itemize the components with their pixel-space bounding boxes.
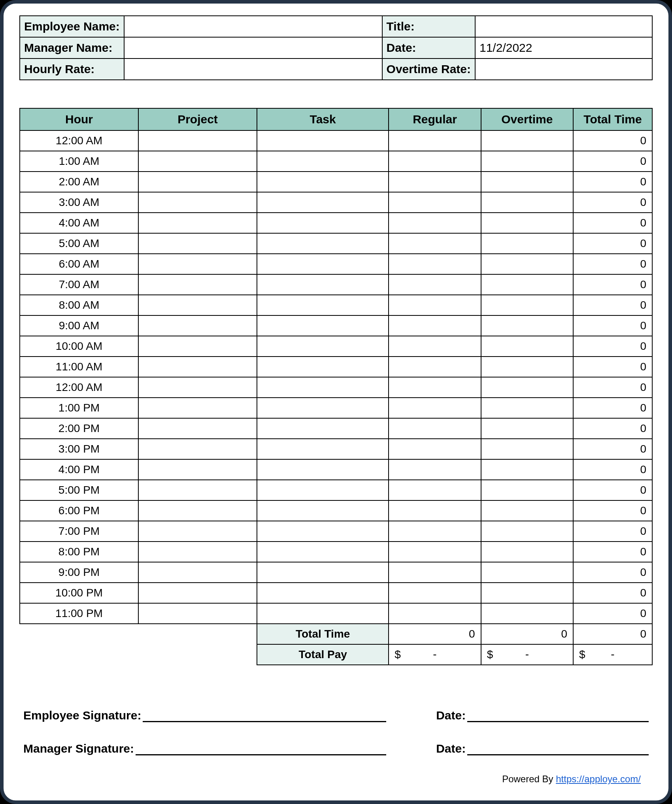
- project-cell[interactable]: [138, 603, 257, 624]
- regular-cell[interactable]: [389, 500, 481, 521]
- regular-cell[interactable]: [389, 480, 481, 500]
- overtime-cell[interactable]: [481, 315, 573, 336]
- task-cell[interactable]: [257, 274, 389, 295]
- project-cell[interactable]: [138, 480, 257, 500]
- project-cell[interactable]: [138, 254, 257, 274]
- regular-cell[interactable]: [389, 274, 481, 295]
- regular-cell[interactable]: [389, 542, 481, 562]
- overtime-cell[interactable]: [481, 213, 573, 233]
- task-cell[interactable]: [257, 480, 389, 500]
- overtime-cell[interactable]: [481, 542, 573, 562]
- overtime-cell[interactable]: [481, 130, 573, 151]
- regular-cell[interactable]: [389, 315, 481, 336]
- regular-cell[interactable]: [389, 583, 481, 603]
- task-cell[interactable]: [257, 521, 389, 542]
- overtime-cell[interactable]: [481, 192, 573, 213]
- task-cell[interactable]: [257, 254, 389, 274]
- regular-cell[interactable]: [389, 172, 481, 192]
- project-cell[interactable]: [138, 542, 257, 562]
- regular-cell[interactable]: [389, 439, 481, 459]
- overtime-cell[interactable]: [481, 500, 573, 521]
- overtime-cell[interactable]: [481, 583, 573, 603]
- task-cell[interactable]: [257, 583, 389, 603]
- project-cell[interactable]: [138, 439, 257, 459]
- manager-name-value[interactable]: [124, 37, 382, 59]
- regular-cell[interactable]: [389, 192, 481, 213]
- project-cell[interactable]: [138, 500, 257, 521]
- task-cell[interactable]: [257, 172, 389, 192]
- overtime-cell[interactable]: [481, 172, 573, 192]
- task-cell[interactable]: [257, 459, 389, 480]
- task-cell[interactable]: [257, 377, 389, 398]
- overtime-cell[interactable]: [481, 603, 573, 624]
- task-cell[interactable]: [257, 233, 389, 254]
- regular-cell[interactable]: [389, 295, 481, 315]
- date-value[interactable]: 11/2/2022: [475, 37, 652, 59]
- project-cell[interactable]: [138, 357, 257, 377]
- project-cell[interactable]: [138, 521, 257, 542]
- task-cell[interactable]: [257, 357, 389, 377]
- overtime-cell[interactable]: [481, 377, 573, 398]
- overtime-cell[interactable]: [481, 151, 573, 172]
- project-cell[interactable]: [138, 295, 257, 315]
- task-cell[interactable]: [257, 562, 389, 583]
- regular-cell[interactable]: [389, 336, 481, 357]
- project-cell[interactable]: [138, 315, 257, 336]
- overtime-cell[interactable]: [481, 521, 573, 542]
- overtime-cell[interactable]: [481, 295, 573, 315]
- regular-cell[interactable]: [389, 418, 481, 439]
- project-cell[interactable]: [138, 562, 257, 583]
- overtime-cell[interactable]: [481, 562, 573, 583]
- project-cell[interactable]: [138, 274, 257, 295]
- employee-name-value[interactable]: [124, 16, 382, 37]
- employee-date-line[interactable]: [467, 710, 649, 722]
- project-cell[interactable]: [138, 418, 257, 439]
- overtime-cell[interactable]: [481, 439, 573, 459]
- task-cell[interactable]: [257, 603, 389, 624]
- task-cell[interactable]: [257, 213, 389, 233]
- overtime-rate-value[interactable]: [475, 59, 652, 80]
- task-cell[interactable]: [257, 336, 389, 357]
- manager-date-line[interactable]: [467, 744, 649, 755]
- footer-link[interactable]: https://apploye.com/: [556, 774, 641, 784]
- manager-signature-line[interactable]: [136, 744, 386, 755]
- regular-cell[interactable]: [389, 562, 481, 583]
- hourly-rate-value[interactable]: [124, 59, 382, 80]
- regular-cell[interactable]: [389, 377, 481, 398]
- overtime-cell[interactable]: [481, 480, 573, 500]
- regular-cell[interactable]: [389, 603, 481, 624]
- project-cell[interactable]: [138, 130, 257, 151]
- regular-cell[interactable]: [389, 521, 481, 542]
- title-value[interactable]: [475, 16, 652, 37]
- task-cell[interactable]: [257, 192, 389, 213]
- regular-cell[interactable]: [389, 459, 481, 480]
- overtime-cell[interactable]: [481, 274, 573, 295]
- project-cell[interactable]: [138, 233, 257, 254]
- overtime-cell[interactable]: [481, 254, 573, 274]
- regular-cell[interactable]: [389, 213, 481, 233]
- task-cell[interactable]: [257, 130, 389, 151]
- overtime-cell[interactable]: [481, 418, 573, 439]
- task-cell[interactable]: [257, 500, 389, 521]
- regular-cell[interactable]: [389, 151, 481, 172]
- overtime-cell[interactable]: [481, 336, 573, 357]
- task-cell[interactable]: [257, 439, 389, 459]
- project-cell[interactable]: [138, 213, 257, 233]
- project-cell[interactable]: [138, 151, 257, 172]
- task-cell[interactable]: [257, 398, 389, 418]
- project-cell[interactable]: [138, 398, 257, 418]
- task-cell[interactable]: [257, 295, 389, 315]
- project-cell[interactable]: [138, 377, 257, 398]
- regular-cell[interactable]: [389, 130, 481, 151]
- overtime-cell[interactable]: [481, 459, 573, 480]
- employee-signature-line[interactable]: [143, 710, 386, 722]
- project-cell[interactable]: [138, 192, 257, 213]
- task-cell[interactable]: [257, 542, 389, 562]
- regular-cell[interactable]: [389, 357, 481, 377]
- regular-cell[interactable]: [389, 398, 481, 418]
- task-cell[interactable]: [257, 315, 389, 336]
- regular-cell[interactable]: [389, 254, 481, 274]
- overtime-cell[interactable]: [481, 357, 573, 377]
- project-cell[interactable]: [138, 583, 257, 603]
- project-cell[interactable]: [138, 172, 257, 192]
